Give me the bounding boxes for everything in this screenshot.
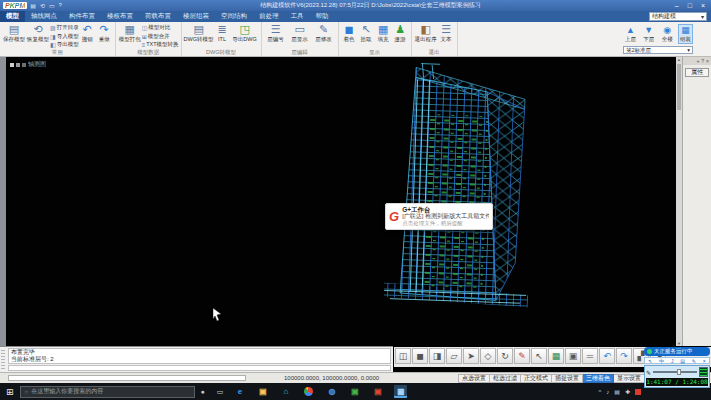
tab-tools[interactable]: 工具 xyxy=(285,11,310,22)
minimize-button[interactable]: – xyxy=(675,1,679,10)
pin-icon[interactable]: + xyxy=(696,58,699,64)
snap-settings-toggle[interactable]: 捕捉设置 xyxy=(552,374,583,383)
import-model-button[interactable]: ◨ 导入模型 xyxy=(50,33,79,40)
shading-button[interactable]: ◼ 着色 xyxy=(342,23,357,42)
export-dwg-button[interactable]: ◳ 导出DWG xyxy=(232,23,258,42)
tab-help[interactable]: 帮助 xyxy=(310,11,335,22)
tray-red-icon[interactable] xyxy=(635,389,641,395)
restore-model-button[interactable]: ⟲ 恢复模型 xyxy=(27,23,49,42)
model-merge-button[interactable]: ⊞ 模型合并 xyxy=(142,33,179,40)
taskbar-app-red[interactable]: ▣ xyxy=(371,385,384,398)
module-selector[interactable]: 结构建模 ▾ xyxy=(649,12,707,21)
print-icon[interactable]: ▭ xyxy=(49,2,55,9)
whole-building-button[interactable]: ◉ 全楼 xyxy=(660,24,675,44)
scroll-down-icon[interactable]: ▼ xyxy=(677,341,681,346)
taskbar-search[interactable]: ○ 在这里输入你要搜索的内容 xyxy=(20,386,195,398)
taskbar-app-store[interactable]: ⌂ xyxy=(279,385,292,398)
undo-icon[interactable]: ⟲ xyxy=(40,2,45,9)
txt-convert-button[interactable]: ≡ TXT模型转换 xyxy=(142,41,179,48)
tab-model[interactable]: 模型 xyxy=(0,11,25,22)
properties-button[interactable]: 属性 xyxy=(685,68,709,77)
view-wireframe-button[interactable]: ◫ xyxy=(395,348,411,364)
pick-button[interactable]: ↖ 拾取 xyxy=(359,23,374,42)
tab-story-assembly[interactable]: 楼层组装 xyxy=(177,11,215,22)
fill-button[interactable]: ▦ 填充 xyxy=(376,23,391,42)
redo-button[interactable]: ↷ 重做 xyxy=(97,23,112,42)
exit-program-button[interactable]: ◧ 退出程序 xyxy=(415,23,437,42)
scroll-up-icon[interactable]: ▲ xyxy=(677,57,681,62)
help-icon[interactable]: ? xyxy=(59,2,62,9)
tab-axis-grid[interactable]: 轴线网点 xyxy=(25,11,63,22)
itl-button[interactable]: ≣ ITL xyxy=(215,23,230,42)
close-button[interactable]: × xyxy=(701,1,705,10)
view-3d-button[interactable]: ◇ xyxy=(480,348,496,364)
taskbar-app-browser[interactable]: ◍ xyxy=(325,385,338,398)
tray-app-icon[interactable]: ▤ xyxy=(614,388,620,395)
taskbar-app-green[interactable]: ▣ xyxy=(348,385,361,398)
task-view-icon[interactable]: ▭ xyxy=(217,388,224,396)
assembly-button[interactable]: ▦ 组装 xyxy=(678,24,693,44)
standard-story-selector[interactable]: 第2标准层 ▾ xyxy=(623,46,693,54)
box-select-toggle[interactable]: 框选过滤 xyxy=(490,374,521,383)
tray-app-icon[interactable]: ✚ xyxy=(625,388,630,395)
taskbar-app-chrome[interactable] xyxy=(302,385,315,398)
notification-toast[interactable]: G G+工作台 [广联达] 检测到新版大工具箱文件 点击处理文件，稍后提醒 xyxy=(385,203,493,230)
open-folder-button[interactable]: ▨ 打开目录 xyxy=(50,24,79,31)
command-input[interactable] xyxy=(8,365,391,371)
tab-member-layout[interactable]: 构件布置 xyxy=(63,11,101,22)
pack-model-button[interactable]: ▦ 模型打包 xyxy=(119,23,141,42)
tab-preprocess[interactable]: 前处理 xyxy=(253,11,285,22)
tab-slab-layout[interactable]: 楼板布置 xyxy=(101,11,139,22)
taskbar-app-edge[interactable]: e xyxy=(233,385,246,398)
ime-keyboard-icon[interactable]: ▤ xyxy=(680,358,685,364)
story-display-button[interactable]: ▭ 层显示 xyxy=(289,23,311,42)
lower-floor-button[interactable]: ▼ 下层 xyxy=(641,24,656,44)
model-compare-button[interactable]: ◫ 模型对比 xyxy=(142,24,179,31)
tab-load-layout[interactable]: 荷载布置 xyxy=(139,11,177,22)
scrollbar-thumb[interactable] xyxy=(677,64,681,110)
slider-thumb[interactable] xyxy=(677,369,681,375)
volume-icon[interactable]: ♪ xyxy=(606,389,609,395)
ime-chinese-icon[interactable]: 中 xyxy=(659,358,664,364)
tab-space-structure[interactable]: 空间结构 xyxy=(215,11,253,22)
walkthrough-button[interactable]: ♟ 漫游 xyxy=(393,23,408,42)
ime-pen-icon[interactable]: ✎ xyxy=(692,358,696,364)
view-shaded-button[interactable]: ◼ xyxy=(412,348,428,364)
maximize-button[interactable]: □ xyxy=(688,1,692,10)
view-hidden-line-button[interactable]: ◨ xyxy=(429,348,445,364)
pen-tool-icon[interactable]: ✎ xyxy=(646,369,651,376)
taskbar-app-pkpm-active[interactable]: ▦ xyxy=(394,385,407,398)
story-modify-button[interactable]: ✎ 层修改 xyxy=(313,23,335,42)
service-toast[interactable]: 天正服务运行中 xyxy=(644,347,710,356)
pan-left-button[interactable]: ↶ xyxy=(599,348,615,364)
pan-right-button[interactable]: ↷ xyxy=(616,348,632,364)
text-output-button[interactable]: ☰ 文本 xyxy=(439,23,454,42)
zoom-slider[interactable] xyxy=(653,371,697,373)
start-button[interactable]: ⊞ xyxy=(0,387,20,397)
tray-expand-icon[interactable]: ^ xyxy=(598,389,601,395)
panel-drag-grip[interactable] xyxy=(1,350,5,369)
viewport-canvas[interactable]: 轴测图 xyxy=(6,57,676,346)
help-icon[interactable]: ? xyxy=(701,58,704,64)
upper-floor-button[interactable]: ▲ 上层 xyxy=(623,24,638,44)
view-face-button[interactable]: ▱ xyxy=(446,348,462,364)
taskbar-app-explorer[interactable]: ▣ xyxy=(256,385,269,398)
ime-pointer-icon[interactable]: ↖ xyxy=(648,358,652,364)
orbit-button[interactable]: ↻ xyxy=(497,348,513,364)
point-select-toggle[interactable]: 点选设置 xyxy=(458,374,490,383)
shaded-3d-toggle[interactable]: 三维着色 xyxy=(583,374,614,383)
dwg-convert-button[interactable]: ▤ DWG转模型 xyxy=(185,23,213,42)
mic-icon[interactable]: ● xyxy=(201,388,205,395)
ime-mode-icon[interactable]: J xyxy=(671,358,674,364)
pick-add-button[interactable]: ↖ xyxy=(531,348,547,364)
ruler-button[interactable]: ═ xyxy=(582,348,598,364)
display-settings-button[interactable]: ▦ xyxy=(548,348,564,364)
close-icon[interactable]: × xyxy=(706,58,709,64)
capture-button[interactable]: ▣ xyxy=(565,348,581,364)
ime-close-icon[interactable]: × xyxy=(703,358,706,364)
ortho-mode-toggle[interactable]: 正交模式 xyxy=(521,374,552,383)
save-model-button[interactable]: ▤ 保存模型 xyxy=(3,23,25,42)
undo-button[interactable]: ↶ 撤销 xyxy=(80,23,95,42)
story-number-button[interactable]: ☰ 层编号 xyxy=(265,23,287,42)
save-icon[interactable]: ▤ xyxy=(30,2,36,9)
